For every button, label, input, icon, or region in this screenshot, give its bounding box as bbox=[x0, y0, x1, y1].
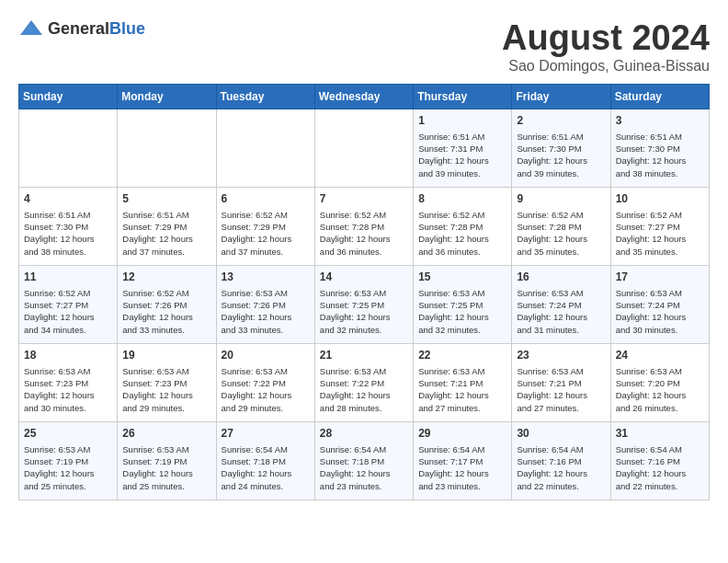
day-number: 19 bbox=[122, 348, 210, 363]
day-number: 16 bbox=[517, 270, 605, 285]
day-info: Sunrise: 6:52 AM Sunset: 7:28 PM Dayligh… bbox=[418, 209, 506, 258]
day-number: 9 bbox=[517, 191, 605, 207]
day-number: 13 bbox=[222, 270, 310, 285]
calendar-cell: 17Sunrise: 6:53 AM Sunset: 7:24 PM Dayli… bbox=[610, 266, 709, 344]
col-monday: Monday bbox=[118, 85, 216, 109]
calendar-cell bbox=[216, 109, 314, 188]
calendar-cell: 4Sunrise: 6:51 AM Sunset: 7:30 PM Daylig… bbox=[19, 188, 118, 266]
day-info: Sunrise: 6:51 AM Sunset: 7:29 PM Dayligh… bbox=[122, 209, 210, 258]
calendar-cell: 15Sunrise: 6:53 AM Sunset: 7:25 PM Dayli… bbox=[414, 266, 512, 344]
day-number: 27 bbox=[222, 426, 310, 442]
day-info: Sunrise: 6:53 AM Sunset: 7:20 PM Dayligh… bbox=[616, 365, 704, 414]
day-number: 20 bbox=[222, 348, 310, 363]
day-number: 30 bbox=[517, 426, 605, 442]
day-info: Sunrise: 6:53 AM Sunset: 7:19 PM Dayligh… bbox=[24, 443, 112, 492]
calendar-cell: 6Sunrise: 6:52 AM Sunset: 7:29 PM Daylig… bbox=[216, 188, 314, 266]
calendar-body: 1Sunrise: 6:51 AM Sunset: 7:31 PM Daylig… bbox=[19, 109, 710, 500]
day-number: 18 bbox=[24, 348, 112, 363]
calendar-week-row: 4Sunrise: 6:51 AM Sunset: 7:30 PM Daylig… bbox=[19, 188, 710, 266]
day-number: 8 bbox=[418, 191, 506, 207]
page-header: GeneralBlue August 2024 Sao Domingos, Gu… bbox=[18, 18, 710, 75]
col-thursday: Thursday bbox=[414, 85, 512, 109]
day-info: Sunrise: 6:52 AM Sunset: 7:28 PM Dayligh… bbox=[320, 209, 408, 258]
calendar-cell: 13Sunrise: 6:53 AM Sunset: 7:26 PM Dayli… bbox=[216, 266, 314, 344]
calendar-cell: 27Sunrise: 6:54 AM Sunset: 7:18 PM Dayli… bbox=[216, 422, 314, 500]
logo-text: GeneralBlue bbox=[48, 19, 145, 39]
calendar-week-row: 18Sunrise: 6:53 AM Sunset: 7:23 PM Dayli… bbox=[19, 344, 710, 422]
day-info: Sunrise: 6:53 AM Sunset: 7:21 PM Dayligh… bbox=[418, 365, 506, 414]
calendar-cell: 25Sunrise: 6:53 AM Sunset: 7:19 PM Dayli… bbox=[19, 422, 118, 500]
calendar-cell: 29Sunrise: 6:54 AM Sunset: 7:17 PM Dayli… bbox=[414, 422, 512, 500]
subtitle: Sao Domingos, Guinea-Bissau bbox=[502, 58, 710, 75]
day-number: 12 bbox=[122, 270, 210, 285]
day-number: 17 bbox=[616, 270, 704, 285]
day-info: Sunrise: 6:53 AM Sunset: 7:23 PM Dayligh… bbox=[122, 365, 210, 414]
day-info: Sunrise: 6:52 AM Sunset: 7:27 PM Dayligh… bbox=[24, 287, 112, 336]
day-info: Sunrise: 6:53 AM Sunset: 7:26 PM Dayligh… bbox=[222, 287, 310, 336]
calendar-cell bbox=[314, 109, 413, 188]
day-info: Sunrise: 6:53 AM Sunset: 7:24 PM Dayligh… bbox=[616, 287, 704, 336]
calendar-cell: 10Sunrise: 6:52 AM Sunset: 7:27 PM Dayli… bbox=[610, 188, 709, 266]
calendar-week-row: 1Sunrise: 6:51 AM Sunset: 7:31 PM Daylig… bbox=[19, 109, 710, 188]
day-number: 25 bbox=[24, 426, 112, 442]
day-number: 6 bbox=[222, 191, 310, 207]
calendar-cell: 2Sunrise: 6:51 AM Sunset: 7:30 PM Daylig… bbox=[512, 109, 610, 188]
day-info: Sunrise: 6:52 AM Sunset: 7:28 PM Dayligh… bbox=[517, 209, 605, 258]
calendar-cell: 11Sunrise: 6:52 AM Sunset: 7:27 PM Dayli… bbox=[19, 266, 118, 344]
calendar-cell: 31Sunrise: 6:54 AM Sunset: 7:16 PM Dayli… bbox=[610, 422, 709, 500]
day-number: 4 bbox=[24, 191, 112, 207]
calendar-cell: 23Sunrise: 6:53 AM Sunset: 7:21 PM Dayli… bbox=[512, 344, 610, 422]
day-number: 10 bbox=[616, 191, 704, 207]
calendar-cell: 1Sunrise: 6:51 AM Sunset: 7:31 PM Daylig… bbox=[414, 109, 512, 188]
day-info: Sunrise: 6:53 AM Sunset: 7:21 PM Dayligh… bbox=[517, 365, 605, 414]
calendar-cell: 14Sunrise: 6:53 AM Sunset: 7:25 PM Dayli… bbox=[314, 266, 413, 344]
calendar-cell: 18Sunrise: 6:53 AM Sunset: 7:23 PM Dayli… bbox=[19, 344, 118, 422]
calendar-cell: 24Sunrise: 6:53 AM Sunset: 7:20 PM Dayli… bbox=[610, 344, 709, 422]
calendar-cell: 20Sunrise: 6:53 AM Sunset: 7:22 PM Dayli… bbox=[216, 344, 314, 422]
day-number: 2 bbox=[517, 113, 605, 129]
day-info: Sunrise: 6:52 AM Sunset: 7:26 PM Dayligh… bbox=[122, 287, 210, 336]
day-info: Sunrise: 6:51 AM Sunset: 7:30 PM Dayligh… bbox=[616, 131, 704, 179]
day-info: Sunrise: 6:53 AM Sunset: 7:25 PM Dayligh… bbox=[320, 287, 408, 336]
day-number: 26 bbox=[122, 426, 210, 442]
logo-icon bbox=[18, 18, 44, 39]
day-info: Sunrise: 6:51 AM Sunset: 7:30 PM Dayligh… bbox=[517, 131, 605, 179]
day-info: Sunrise: 6:54 AM Sunset: 7:16 PM Dayligh… bbox=[616, 443, 704, 492]
calendar-cell: 28Sunrise: 6:54 AM Sunset: 7:18 PM Dayli… bbox=[314, 422, 413, 500]
calendar-cell: 21Sunrise: 6:53 AM Sunset: 7:22 PM Dayli… bbox=[314, 344, 413, 422]
day-info: Sunrise: 6:53 AM Sunset: 7:23 PM Dayligh… bbox=[24, 365, 112, 414]
day-number: 7 bbox=[320, 191, 408, 207]
day-info: Sunrise: 6:54 AM Sunset: 7:17 PM Dayligh… bbox=[418, 443, 506, 492]
calendar-table: Sunday Monday Tuesday Wednesday Thursday… bbox=[18, 84, 710, 500]
calendar-cell: 8Sunrise: 6:52 AM Sunset: 7:28 PM Daylig… bbox=[414, 188, 512, 266]
calendar-cell: 12Sunrise: 6:52 AM Sunset: 7:26 PM Dayli… bbox=[118, 266, 216, 344]
calendar-cell: 3Sunrise: 6:51 AM Sunset: 7:30 PM Daylig… bbox=[610, 109, 709, 188]
calendar-cell: 19Sunrise: 6:53 AM Sunset: 7:23 PM Dayli… bbox=[118, 344, 216, 422]
day-info: Sunrise: 6:54 AM Sunset: 7:18 PM Dayligh… bbox=[222, 443, 310, 492]
day-info: Sunrise: 6:54 AM Sunset: 7:18 PM Dayligh… bbox=[320, 443, 408, 492]
day-info: Sunrise: 6:51 AM Sunset: 7:31 PM Dayligh… bbox=[418, 131, 506, 179]
logo: GeneralBlue bbox=[18, 18, 145, 39]
header-row: Sunday Monday Tuesday Wednesday Thursday… bbox=[19, 85, 710, 109]
day-info: Sunrise: 6:54 AM Sunset: 7:16 PM Dayligh… bbox=[517, 443, 605, 492]
calendar-cell: 26Sunrise: 6:53 AM Sunset: 7:19 PM Dayli… bbox=[118, 422, 216, 500]
calendar-week-row: 25Sunrise: 6:53 AM Sunset: 7:19 PM Dayli… bbox=[19, 422, 710, 500]
calendar-cell: 5Sunrise: 6:51 AM Sunset: 7:29 PM Daylig… bbox=[118, 188, 216, 266]
day-info: Sunrise: 6:51 AM Sunset: 7:30 PM Dayligh… bbox=[24, 209, 112, 258]
calendar-header: Sunday Monday Tuesday Wednesday Thursday… bbox=[19, 85, 710, 109]
day-info: Sunrise: 6:53 AM Sunset: 7:24 PM Dayligh… bbox=[517, 287, 605, 336]
title-area: August 2024 Sao Domingos, Guinea-Bissau bbox=[502, 18, 710, 75]
day-number: 3 bbox=[616, 113, 704, 129]
day-number: 5 bbox=[122, 191, 210, 207]
day-info: Sunrise: 6:53 AM Sunset: 7:19 PM Dayligh… bbox=[122, 443, 210, 492]
day-info: Sunrise: 6:53 AM Sunset: 7:22 PM Dayligh… bbox=[320, 365, 408, 414]
day-number: 24 bbox=[616, 348, 704, 363]
calendar-week-row: 11Sunrise: 6:52 AM Sunset: 7:27 PM Dayli… bbox=[19, 266, 710, 344]
day-number: 1 bbox=[418, 113, 506, 129]
col-tuesday: Tuesday bbox=[216, 85, 314, 109]
main-title: August 2024 bbox=[502, 18, 710, 58]
col-wednesday: Wednesday bbox=[314, 85, 413, 109]
col-friday: Friday bbox=[512, 85, 610, 109]
day-number: 28 bbox=[320, 426, 408, 442]
day-info: Sunrise: 6:52 AM Sunset: 7:29 PM Dayligh… bbox=[222, 209, 310, 258]
